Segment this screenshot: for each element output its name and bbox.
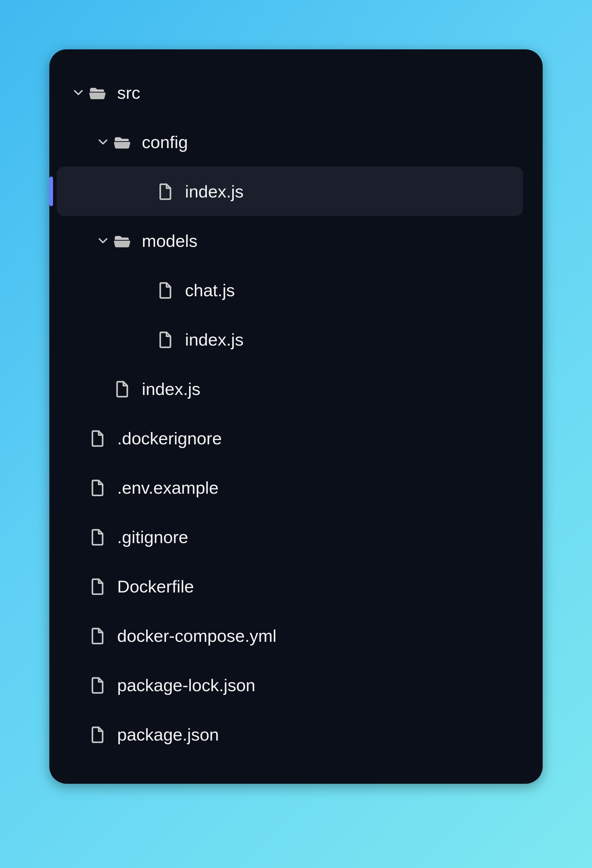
chevron-down-icon[interactable] bbox=[94, 235, 112, 247]
tree-item-config[interactable]: config bbox=[57, 117, 523, 167]
tree-item-dockerfile[interactable]: Dockerfile bbox=[57, 562, 523, 611]
tree-item-label: index.js bbox=[142, 379, 200, 399]
tree-item-label: .env.example bbox=[117, 478, 219, 498]
file-icon bbox=[88, 429, 107, 448]
file-icon bbox=[88, 527, 107, 546]
tree-item-dockerignore[interactable]: .dockerignore bbox=[57, 413, 523, 463]
tree-item-label: chat.js bbox=[185, 280, 235, 300]
file-icon bbox=[88, 675, 107, 695]
chevron-down-icon[interactable] bbox=[94, 136, 112, 148]
tree-item-label: .dockerignore bbox=[117, 428, 222, 448]
active-indicator bbox=[49, 177, 53, 206]
tree-item-label: index.js bbox=[185, 182, 244, 201]
file-icon bbox=[155, 330, 175, 349]
tree-item-package[interactable]: package.json bbox=[57, 710, 523, 759]
tree-item-label: package.json bbox=[117, 725, 219, 745]
folder-open-icon bbox=[112, 231, 131, 250]
tree-item-package-lock[interactable]: package-lock.json bbox=[57, 660, 523, 710]
tree-item-label: models bbox=[142, 231, 197, 251]
tree-item-label: config bbox=[142, 132, 188, 152]
file-icon bbox=[88, 478, 107, 497]
chevron-down-icon[interactable] bbox=[69, 86, 88, 99]
folder-open-icon bbox=[88, 83, 107, 102]
file-icon bbox=[112, 379, 131, 399]
tree-item-src-index[interactable]: index.js bbox=[57, 364, 523, 413]
file-icon bbox=[155, 182, 175, 201]
tree-item-label: docker-compose.yml bbox=[117, 626, 277, 646]
tree-item-label: .gitignore bbox=[117, 527, 188, 547]
tree-item-label: index.js bbox=[185, 329, 244, 350]
file-icon bbox=[88, 626, 107, 645]
tree-item-models[interactable]: models bbox=[57, 216, 523, 266]
folder-open-icon bbox=[112, 132, 131, 152]
tree-item-config-index[interactable]: index.js bbox=[57, 167, 523, 216]
file-icon bbox=[88, 725, 107, 744]
tree-item-docker-compose[interactable]: docker-compose.yml bbox=[57, 611, 523, 660]
tree-item-gitignore[interactable]: .gitignore bbox=[57, 512, 523, 562]
tree-item-src[interactable]: src bbox=[57, 68, 523, 117]
tree-item-models-chat[interactable]: chat.js bbox=[57, 266, 523, 315]
file-icon bbox=[88, 577, 107, 596]
file-icon bbox=[155, 280, 175, 300]
tree-item-label: Dockerfile bbox=[117, 576, 194, 596]
tree-item-env-example[interactable]: .env.example bbox=[57, 463, 523, 512]
tree-item-models-index[interactable]: index.js bbox=[57, 315, 523, 364]
tree-item-label: package-lock.json bbox=[117, 675, 255, 695]
file-tree: srcconfigindex.jsmodelschat.jsindex.jsin… bbox=[49, 68, 530, 759]
tree-item-label: src bbox=[117, 83, 140, 103]
file-explorer-panel: srcconfigindex.jsmodelschat.jsindex.jsin… bbox=[49, 49, 543, 784]
